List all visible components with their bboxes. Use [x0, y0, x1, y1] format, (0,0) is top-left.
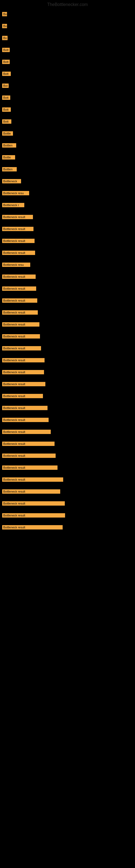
list-item: Bottleneck result: [0, 462, 135, 474]
list-item: Bottleneck result: [0, 223, 135, 235]
label-box: Bottleneck result: [2, 454, 56, 458]
label-box: Bottleneck result: [2, 239, 35, 243]
label-box: Bott: [2, 60, 10, 64]
label-box: Bottleneck: [2, 179, 21, 183]
list-item: Bott: [0, 56, 135, 68]
list-item: Bott: [0, 116, 135, 127]
label-box: Bottleneck result: [2, 251, 35, 255]
label-box: Bottleneck result: [2, 465, 57, 470]
label-box: Bottleneck result: [2, 513, 65, 518]
label-box: Bott: [2, 72, 11, 76]
label-box: Bottleneck result: [2, 275, 36, 279]
list-item: Bottleneck result: [0, 211, 135, 223]
row-container: BoBoBoBottBottBottBotBottBottBottBottleB…: [0, 8, 135, 533]
list-item: Bottleneck resu: [0, 187, 135, 199]
list-item: Bottleneck result: [0, 474, 135, 486]
label-box: Bottleneck result: [2, 346, 41, 350]
list-item: Bottleneck r: [0, 199, 135, 211]
list-item: Bottlen: [0, 140, 135, 151]
list-item: Bottleneck result: [0, 378, 135, 390]
list-item: Bottleneck result: [0, 438, 135, 450]
label-box: Bottleneck result: [2, 215, 33, 219]
list-item: Bottle: [0, 151, 135, 163]
label-box: Bottlen: [2, 143, 16, 148]
label-box: Bott: [2, 119, 11, 124]
list-item: Bott: [0, 104, 135, 116]
label-box: Bott: [2, 107, 11, 112]
list-item: Bot: [0, 80, 135, 92]
label-box: Bottleneck r: [2, 203, 24, 207]
list-item: Bottleneck result: [0, 521, 135, 533]
list-item: Bottleneck result: [0, 390, 135, 402]
label-box: Bottleneck result: [2, 382, 45, 386]
list-item: Bottleneck result: [0, 497, 135, 509]
list-item: Bottleneck result: [0, 402, 135, 414]
list-item: Bottleneck result: [0, 318, 135, 330]
label-box: Bottleneck result: [2, 406, 48, 410]
label-box: Bo: [2, 12, 7, 16]
label-box: Bottleneck resu: [2, 191, 29, 195]
label-box: Bot: [2, 84, 9, 88]
label-box: Bottleneck result: [2, 286, 36, 291]
list-item: Bottleneck result: [0, 509, 135, 521]
label-box: Bottleneck result: [2, 310, 38, 315]
label-box: Bottleneck result: [2, 501, 65, 506]
label-box: Bottleneck result: [2, 418, 49, 422]
label-box: Bottleneck resu: [2, 262, 30, 267]
list-item: Bott: [0, 68, 135, 80]
list-item: Bottleneck result: [0, 486, 135, 497]
list-item: Bottleneck result: [0, 307, 135, 318]
list-item: Bottleneck result: [0, 247, 135, 259]
label-box: Bo: [2, 36, 8, 40]
label-box: Bottle: [2, 155, 15, 159]
list-item: Bottleneck: [0, 175, 135, 187]
list-item: Bottlen: [0, 163, 135, 175]
label-box: Bottleneck result: [2, 334, 40, 339]
label-box: Bottleneck result: [2, 525, 63, 529]
list-item: Bottleneck result: [0, 426, 135, 438]
label-box: Bottleneck result: [2, 227, 34, 231]
label-box: Bottleneck result: [2, 370, 44, 374]
list-item: Bottleneck result: [0, 283, 135, 294]
list-item: Bottleneck resu: [0, 259, 135, 271]
list-item: Bottleneck result: [0, 354, 135, 366]
label-box: Bott: [2, 48, 10, 52]
list-item: Bottleneck result: [0, 235, 135, 247]
list-item: Bottleneck result: [0, 414, 135, 426]
list-item: Bottleneck result: [0, 271, 135, 283]
list-item: Bottleneck result: [0, 450, 135, 462]
label-box: Bott: [2, 95, 10, 100]
list-item: Bo: [0, 20, 135, 32]
list-item: Bottle: [0, 127, 135, 140]
label-box: Bottle: [2, 131, 13, 135]
label-box: Bottleneck result: [2, 322, 39, 327]
list-item: Bott: [0, 92, 135, 104]
label-box: Bottleneck result: [2, 299, 37, 303]
label-box: Bottleneck result: [2, 430, 51, 434]
label-box: Bottleneck result: [2, 442, 54, 446]
label-box: Bo: [2, 24, 7, 28]
label-box: Bottleneck result: [2, 394, 43, 398]
label-box: Bottleneck result: [2, 477, 63, 482]
list-item: Bo: [0, 32, 135, 44]
list-item: Bottleneck result: [0, 366, 135, 378]
list-item: Bottleneck result: [0, 342, 135, 354]
label-box: Bottleneck result: [2, 489, 60, 494]
label-box: Bottlen: [2, 167, 17, 172]
list-item: Bottleneck result: [0, 330, 135, 342]
label-box: Bottleneck result: [2, 358, 45, 362]
list-item: Bottleneck result: [0, 294, 135, 307]
site-title: TheBottlenecker.com: [0, 0, 135, 8]
list-item: Bo: [0, 8, 135, 20]
list-item: Bott: [0, 44, 135, 56]
